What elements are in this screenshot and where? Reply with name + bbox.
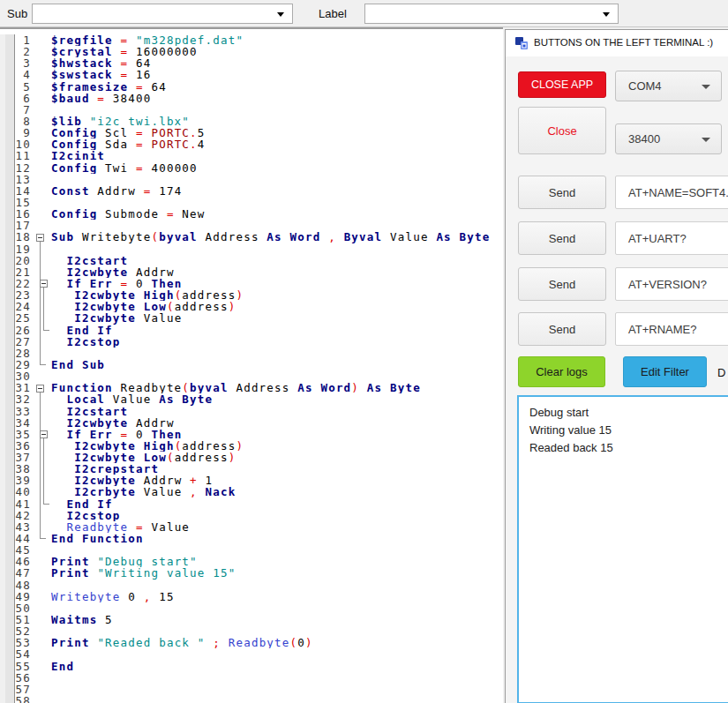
code-line[interactable]: 34 I2cwbyte Addrw xyxy=(0,417,503,429)
send-version-button[interactable]: Send xyxy=(518,267,606,301)
gutter-strip xyxy=(5,440,15,452)
code-line[interactable]: 46Print "Debug start" xyxy=(0,556,503,567)
code-line[interactable]: 24 I2cwbyte Low(address) xyxy=(0,301,503,312)
gutter-strip xyxy=(5,672,15,684)
line-number: 55 xyxy=(15,661,33,672)
code-line[interactable]: 10Config Sda = PORTC.4 xyxy=(0,138,503,150)
baud-rate-select[interactable]: 38400 xyxy=(615,123,722,154)
token xyxy=(51,266,66,278)
fold-column xyxy=(33,614,51,625)
code-line[interactable]: 49Writebyte 0 , 15 xyxy=(0,591,503,602)
command-input-version[interactable]: AT+VERSION? xyxy=(615,267,728,301)
code-line[interactable]: 44End Function xyxy=(0,533,503,544)
code-line[interactable]: 20 I2cstart xyxy=(0,255,503,266)
code-line[interactable]: 3$hwstack = 64 xyxy=(0,57,503,69)
code-line[interactable]: 50 xyxy=(0,602,503,614)
code-line[interactable]: 6$baud = 38400 xyxy=(0,93,503,104)
code-line[interactable]: 13 xyxy=(0,174,503,185)
send-name-button[interactable]: Send xyxy=(518,176,606,209)
code-line[interactable]: 39 I2cwbyte Addrw + 1 xyxy=(0,475,503,486)
code-line[interactable]: 23 I2cwbyte High(address) xyxy=(0,289,503,301)
label-select[interactable] xyxy=(364,4,619,24)
code-line[interactable]: 33 I2cstart xyxy=(0,406,503,417)
code-line[interactable]: 26 End If xyxy=(0,325,503,336)
code-line[interactable]: 37 I2cwbyte Low(address) xyxy=(0,452,503,463)
edit-filter-button[interactable]: Edit Filter xyxy=(623,356,707,387)
code-line[interactable]: 45 xyxy=(0,544,503,556)
code-line[interactable]: 53Print "Readed back " ; Readbyte(0) xyxy=(0,637,503,648)
token: Const xyxy=(51,185,90,197)
command-input-uart[interactable]: AT+UART? xyxy=(615,221,728,255)
send-rname-button[interactable]: Send xyxy=(518,312,606,346)
code-line[interactable]: 30 xyxy=(0,370,503,382)
code-line[interactable]: 1$regfile = "m328pdef.dat" xyxy=(0,34,503,46)
code-line[interactable]: 58 xyxy=(0,695,503,703)
code-line[interactable]: 28 xyxy=(0,348,503,359)
code-line[interactable]: 19 xyxy=(0,243,503,255)
code-line[interactable]: 56 xyxy=(0,672,503,684)
code-line[interactable]: 29End Sub xyxy=(0,359,503,370)
code-line[interactable]: 14Const Addrw = 174 xyxy=(0,185,503,197)
send-uart-button[interactable]: Send xyxy=(518,221,606,255)
token: Print xyxy=(51,567,90,579)
code-line[interactable]: 25 I2cwbyte Value xyxy=(0,312,503,324)
gutter-strip xyxy=(5,498,15,510)
code-line[interactable]: 17 xyxy=(0,220,503,231)
debug-log-output[interactable]: Debug start Writing value 15 Readed back… xyxy=(517,395,728,703)
token: New xyxy=(182,208,205,220)
code-line[interactable]: 9Config Scl = PORTC.5 xyxy=(0,127,503,138)
code-line[interactable]: 27 I2cstop xyxy=(0,336,503,348)
code-line[interactable]: 21 I2cwbyte Addrw xyxy=(0,266,503,278)
code-line[interactable]: 15 xyxy=(0,197,503,208)
gutter-strip xyxy=(5,255,15,266)
token: Address xyxy=(198,231,267,243)
token: ) xyxy=(305,637,313,648)
code-line[interactable]: 11I2cinit xyxy=(0,150,503,161)
code-text: Local Value As Byte xyxy=(51,393,503,405)
sub-select[interactable] xyxy=(32,4,293,24)
code-line[interactable]: 42 I2cstop xyxy=(0,510,503,521)
code-text: If Err = 0 Then xyxy=(51,429,503,440)
code-line[interactable]: 43 Readbyte = Value xyxy=(0,521,503,533)
gutter-strip xyxy=(5,637,15,648)
close-app-button[interactable]: CLOSE APP xyxy=(518,71,606,98)
code-line[interactable]: 31Function Readbyte(byval Address As Wor… xyxy=(0,382,503,393)
code-line[interactable]: 5$framesize = 64 xyxy=(0,81,503,93)
code-line[interactable]: 38 I2crepstart xyxy=(0,463,503,475)
token: 400000 xyxy=(151,162,197,174)
code-line[interactable]: 48 xyxy=(0,580,503,591)
code-line[interactable]: 32 Local Value As Byte xyxy=(0,393,503,405)
code-line[interactable]: 7 xyxy=(0,104,503,116)
code-line[interactable]: 51Waitms 5 xyxy=(0,614,503,625)
code-line[interactable]: 47Print "Writing value 15" xyxy=(0,567,503,579)
token xyxy=(51,336,66,348)
code-line[interactable]: 2$crystal = 16000000 xyxy=(0,46,503,57)
code-line[interactable]: 22 If Err = 0 Then xyxy=(0,278,503,289)
code-line[interactable]: 4$swstack = 16 xyxy=(0,69,503,80)
code-line[interactable]: 52 xyxy=(0,625,503,637)
close-button[interactable]: Close xyxy=(518,107,606,154)
panel-titlebar[interactable]: BUTTONS ON THE LEFT TERMINAL :) xyxy=(506,30,728,56)
token: Nack xyxy=(206,486,236,497)
command-input-name[interactable]: AT+NAME=SOFT4.0 xyxy=(615,176,728,209)
fold-column xyxy=(33,81,51,93)
clear-logs-button[interactable]: Clear logs xyxy=(518,356,605,387)
code-line[interactable]: 16Config Submode = New xyxy=(0,208,503,220)
code-line[interactable]: 36 I2cwbyte High(address) xyxy=(0,440,503,452)
code-line[interactable]: 8$lib "i2c_twi.lbx" xyxy=(0,116,503,127)
code-line[interactable]: 41 End If xyxy=(0,498,503,510)
token: I2cstop xyxy=(66,336,120,348)
code-line[interactable]: 57 xyxy=(0,684,503,695)
code-line[interactable]: 35 If Err = 0 Then xyxy=(0,429,503,440)
command-input-rname[interactable]: AT+RNAME? xyxy=(615,312,728,346)
code-line[interactable]: 18Sub Writebyte(byval Address As Word , … xyxy=(0,231,503,243)
code-editor[interactable]: 1$regfile = "m328pdef.dat"2$crystal = 16… xyxy=(0,27,503,703)
code-line[interactable]: 12Config Twi = 400000 xyxy=(0,162,503,174)
fold-column xyxy=(33,475,51,486)
code-line[interactable]: 40 I2crbyte Value , Nack xyxy=(0,486,503,497)
token: ( xyxy=(182,382,190,393)
code-line[interactable]: 55End xyxy=(0,661,503,672)
com-port-select[interactable]: COM4 xyxy=(615,71,722,101)
code-line[interactable]: 54 xyxy=(0,648,503,660)
token: 16000000 xyxy=(136,46,198,57)
